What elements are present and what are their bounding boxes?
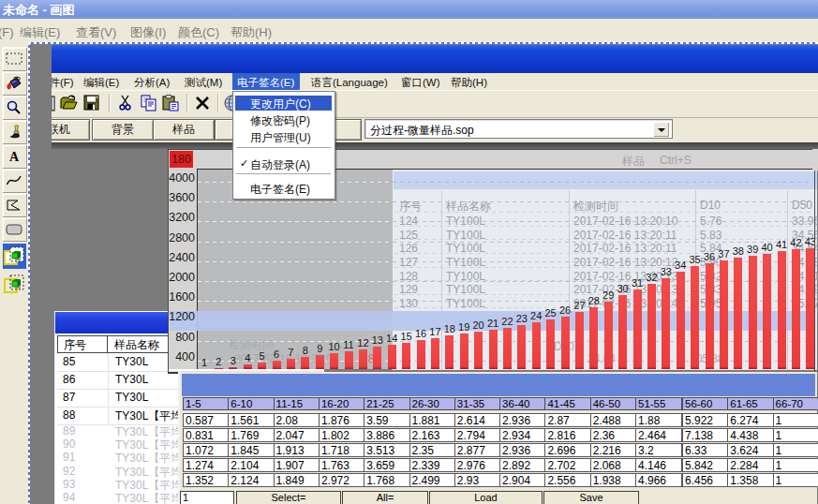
dist-cell[interactable]: 1.769 xyxy=(228,428,275,442)
paint-menu-image[interactable]: 图像(I) xyxy=(130,24,166,41)
app-menu-test[interactable]: 测试(M) xyxy=(185,76,222,90)
menu-item-auto-login[interactable]: ✓ 自动登录(A) xyxy=(235,156,332,171)
paint-tool-rounded-rect[interactable] xyxy=(2,217,28,243)
dist-cell[interactable]: 2.904 xyxy=(499,473,546,487)
dist-cell[interactable]: 2.972 xyxy=(319,473,365,487)
dist-cell[interactable]: 2.488 xyxy=(590,413,637,427)
load-button[interactable]: Load xyxy=(429,491,543,504)
paint-tool-select[interactable] xyxy=(2,47,28,72)
paint-tool-polygon[interactable] xyxy=(2,193,28,218)
sop-combobox[interactable]: 分过程-微量样品.sop xyxy=(364,119,673,139)
dist-cell[interactable]: 3.59 xyxy=(364,413,410,427)
dist-cell[interactable]: 2.163 xyxy=(409,428,456,442)
dist-cell[interactable]: 5.922 xyxy=(682,413,729,427)
dist-cell[interactable]: 1.881 xyxy=(409,413,456,427)
sample-button[interactable]: 样品 xyxy=(153,119,215,141)
menu-item-esign[interactable]: 电子签名(E) xyxy=(235,181,332,196)
paint-tool-curve[interactable] xyxy=(2,169,28,194)
select-equals-button[interactable]: Select= xyxy=(236,491,341,504)
dist-cell[interactable]: 6.274 xyxy=(727,413,774,427)
copy-button[interactable] xyxy=(141,95,157,112)
dist-cell[interactable]: 2.936 xyxy=(499,413,546,427)
dist-cell[interactable]: 1 xyxy=(773,428,818,442)
delete-button[interactable] xyxy=(194,95,212,112)
dist-cell[interactable]: 2.047 xyxy=(274,428,320,442)
paint-menu-edit[interactable]: 编辑(E) xyxy=(20,24,60,41)
dist-cell[interactable]: 1.802 xyxy=(319,428,365,442)
dist-cell[interactable]: 4.966 xyxy=(635,473,682,487)
all-equals-button[interactable]: All= xyxy=(342,491,428,504)
dist-cell[interactable]: 2.339 xyxy=(409,458,456,472)
dist-cell[interactable]: 2.464 xyxy=(635,428,682,442)
dist-cell[interactable]: 2.068 xyxy=(590,458,637,472)
dist-cell[interactable]: 2.892 xyxy=(499,458,546,472)
dist-cell[interactable]: 4.146 xyxy=(635,458,682,472)
dist-cell[interactable]: 2.816 xyxy=(544,428,591,442)
paint-tool-zoom[interactable] xyxy=(2,96,28,121)
dist-cell[interactable]: 2.284 xyxy=(727,458,774,472)
dist-cell[interactable]: 1 xyxy=(773,458,818,472)
dist-cell[interactable]: 1.718 xyxy=(319,443,365,457)
dist-cell[interactable]: 5.842 xyxy=(682,458,729,472)
dist-cell[interactable]: 2.696 xyxy=(544,443,591,457)
app-menu-file[interactable]: 文件(F) xyxy=(52,76,74,90)
menu-item-change-password[interactable]: 修改密码(P) xyxy=(235,112,332,127)
dist-cell[interactable]: 3.2 xyxy=(635,443,682,457)
dist-cell[interactable]: 1.88 xyxy=(635,413,682,427)
save-button[interactable] xyxy=(83,95,100,112)
paint-menu-file[interactable]: 文件(F) xyxy=(0,24,14,41)
dist-cell[interactable]: 2.499 xyxy=(409,473,456,487)
dist-cell[interactable]: 2.35 xyxy=(409,443,456,457)
dist-cell[interactable]: 2.877 xyxy=(454,443,501,457)
dist-cell[interactable]: 2.08 xyxy=(274,413,320,427)
app-menu-edit[interactable]: 编辑(E) xyxy=(83,76,119,90)
dist-cell[interactable]: 1.849 xyxy=(274,473,320,487)
app-menu-language[interactable]: 语言(Language) xyxy=(311,76,388,90)
background-button[interactable]: 背景 xyxy=(92,119,154,141)
dist-cell[interactable]: 2.702 xyxy=(544,458,591,472)
dist-cell[interactable]: 0.831 xyxy=(183,428,230,442)
dist-cell[interactable]: 1.274 xyxy=(183,458,230,472)
dist-cell[interactable]: 1.768 xyxy=(364,473,410,487)
paste-button[interactable] xyxy=(162,95,179,112)
dist-cell[interactable]: 2.976 xyxy=(454,458,501,472)
app-menu-esign-active[interactable]: 电子签名(E) xyxy=(232,73,300,90)
paint-menu-help[interactable]: 帮助(H) xyxy=(231,24,272,41)
paint-tool-brush[interactable] xyxy=(2,120,28,145)
paint-tool-text[interactable]: A xyxy=(2,144,28,170)
dist-cell[interactable]: 1.876 xyxy=(319,413,365,427)
app-menu-help[interactable]: 帮助(H) xyxy=(451,76,487,90)
dist-cell[interactable]: 1.561 xyxy=(228,413,275,427)
dist-cell[interactable]: 3.624 xyxy=(727,443,774,457)
dist-cell[interactable]: 2.614 xyxy=(454,413,501,427)
dist-cell[interactable]: 2.216 xyxy=(590,443,637,457)
dist-cell[interactable]: 1 xyxy=(773,443,818,457)
dist-cell[interactable]: 0.587 xyxy=(183,413,230,427)
dist-cell[interactable]: 3.659 xyxy=(364,458,410,472)
paint-menu-view[interactable]: 查看(V) xyxy=(76,24,116,41)
menu-item-change-user[interactable]: 更改用户(C) xyxy=(235,96,332,111)
paint-tool-fill[interactable] xyxy=(2,71,28,96)
dist-cell[interactable]: 1.913 xyxy=(274,443,320,457)
paint-menu-colors[interactable]: 颜色(C) xyxy=(178,24,219,41)
dist-cell[interactable]: 3.513 xyxy=(364,443,410,457)
dist-cell[interactable]: 1.938 xyxy=(590,473,637,487)
dist-cell[interactable]: 3.886 xyxy=(364,428,410,442)
dist-cell[interactable]: 1.907 xyxy=(274,458,320,472)
online-button[interactable]: 联机 xyxy=(52,119,90,141)
dist-cell[interactable]: 2.93 xyxy=(454,473,501,487)
dist-cell[interactable]: 2.87 xyxy=(544,413,591,427)
dist-cell[interactable]: 1.072 xyxy=(183,443,230,457)
dist-cell[interactable]: 2.934 xyxy=(499,428,546,442)
app-menu-window[interactable]: 窗口(W) xyxy=(401,76,440,90)
dist-cell[interactable]: 1.358 xyxy=(727,473,774,487)
dist-cell[interactable]: 2.794 xyxy=(454,428,501,442)
menu-item-user-management[interactable]: 用户管理(U) xyxy=(235,129,332,144)
save-button[interactable]: Save xyxy=(543,491,639,504)
dist-cell[interactable]: 2.124 xyxy=(228,473,275,487)
dist-cell[interactable]: 1 xyxy=(773,473,818,487)
dist-cell[interactable]: 1.845 xyxy=(228,443,275,457)
app-menu-analysis[interactable]: 分析(A) xyxy=(134,76,170,90)
dist-cell[interactable]: 6.33 xyxy=(682,443,729,457)
cut-button[interactable] xyxy=(119,95,131,112)
